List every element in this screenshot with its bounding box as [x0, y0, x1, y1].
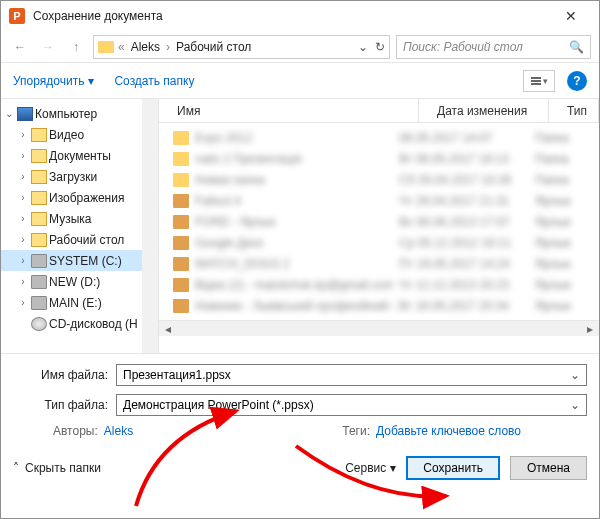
file-type: Ярлык	[535, 194, 585, 208]
new-folder-button[interactable]: Создать папку	[114, 74, 194, 88]
tree-new-d[interactable]: ›NEW (D:)	[1, 271, 158, 292]
chevron-down-icon: ▾	[543, 76, 548, 86]
organize-button[interactable]: Упорядочить ▾	[13, 74, 94, 88]
tree-cd[interactable]: CD-дисковод (H	[1, 313, 158, 334]
file-icon	[173, 278, 189, 292]
list-item[interactable]: Fallout 4Чт 28.04.2017 21:31Ярлык	[159, 190, 599, 211]
col-date[interactable]: Дата изменения	[419, 99, 549, 122]
list-item[interactable]: Відео (2) - matviichuk.kp@gmail.com - G……	[159, 274, 599, 295]
file-date: Ср 05.12.2012 18:11	[399, 236, 529, 250]
file-icon	[173, 131, 189, 145]
service-button[interactable]: Сервис ▾	[345, 461, 396, 475]
file-name: Відео (2) - matviichuk.kp@gmail.com - G…	[195, 278, 393, 292]
chevron-down-icon[interactable]: ⌄	[570, 368, 580, 382]
file-name: Новинки - Львівський професійний кол…	[195, 299, 393, 313]
tree-system-c[interactable]: ›SYSTEM (C:)	[1, 250, 158, 271]
file-date: Чт 28.04.2017 21:31	[399, 194, 529, 208]
file-icon	[173, 194, 189, 208]
metadata-row: Авторы: Aleks Теги: Добавьте ключевое сл…	[13, 424, 587, 438]
up-button[interactable]: ↑	[65, 36, 87, 58]
filetype-row: Тип файла: Демонстрация PowerPoint (*.pp…	[13, 394, 587, 416]
chevron-down-icon: ▾	[390, 461, 396, 475]
tree-music[interactable]: ›Музыка	[1, 208, 158, 229]
tree-desktop[interactable]: ›Рабочий стол	[1, 229, 158, 250]
file-date: Вт 18.05.2017 20:34	[399, 299, 529, 313]
nav-bar: ← → ↑ « Aleks › Рабочий стол ⌄ ↻ Поиск: …	[1, 31, 599, 63]
list-scrollbar-h[interactable]: ◂ ▸	[159, 320, 599, 336]
file-name: FORD - Ярлык	[195, 215, 393, 229]
filetype-value: Демонстрация PowerPoint (*.ppsx)	[123, 398, 314, 412]
file-name: Fallout 4	[195, 194, 393, 208]
tree-documents[interactable]: ›Документы	[1, 145, 158, 166]
filetype-label: Тип файла:	[13, 398, 108, 412]
window-title: Сохранение документа	[33, 9, 551, 23]
search-input[interactable]: Поиск: Рабочий стол 🔍	[396, 35, 591, 59]
hide-folders-button[interactable]: ˄ Скрыть папки	[13, 461, 101, 475]
list-item[interactable]: Новинки - Львівський професійний кол…Вт …	[159, 295, 599, 316]
address-bar[interactable]: « Aleks › Рабочий стол ⌄ ↻	[93, 35, 390, 59]
forward-button[interactable]: →	[37, 36, 59, 58]
list-item[interactable]: Новая папкаСб 26.04.2017 10:28Папка	[159, 169, 599, 190]
cancel-button[interactable]: Отмена	[510, 456, 587, 480]
file-date: Чт 12.12.2013 20:23	[399, 278, 529, 292]
tree-downloads[interactable]: ›Загрузки	[1, 166, 158, 187]
list-view-icon	[531, 77, 541, 85]
file-date: Сб 26.04.2017 10:28	[399, 173, 529, 187]
save-button[interactable]: Сохранить	[406, 456, 500, 480]
app-icon: P	[9, 8, 25, 24]
tree-scrollbar[interactable]	[142, 99, 158, 353]
filename-input[interactable]: Презентация1.ppsx ⌄	[116, 364, 587, 386]
filename-row: Имя файла: Презентация1.ppsx ⌄	[13, 364, 587, 386]
file-name: Google Диск	[195, 236, 393, 250]
filetype-select[interactable]: Демонстрация PowerPoint (*.ppsx) ⌄	[116, 394, 587, 416]
col-name[interactable]: Имя	[159, 99, 419, 122]
folder-icon	[98, 41, 114, 53]
back-button[interactable]: ←	[9, 36, 31, 58]
search-placeholder: Поиск: Рабочий стол	[403, 40, 569, 54]
file-date: Вс 06.06.2013 17:07	[399, 215, 529, 229]
file-type: Ярлык	[535, 278, 585, 292]
tags-value[interactable]: Добавьте ключевое слово	[376, 424, 521, 438]
file-date: 06.05.2017 14:07	[399, 131, 529, 145]
list-item[interactable]: WATCH_DOGS 2Пт 19.05.2017 14:24Ярлык	[159, 253, 599, 274]
tree-main-e[interactable]: ›MAIN (E:)	[1, 292, 158, 313]
view-mode-button[interactable]: ▾	[523, 70, 555, 92]
file-name: WATCH_DOGS 2	[195, 257, 393, 271]
chevron-down-icon: ▾	[88, 74, 94, 88]
scroll-right-icon[interactable]: ▸	[583, 322, 597, 336]
chevron-down-icon[interactable]: ⌄	[570, 398, 580, 412]
help-button[interactable]: ?	[567, 71, 587, 91]
list-item[interactable]: Expo 201206.05.2017 14:07Папка	[159, 127, 599, 148]
footer: ˄ Скрыть папки Сервис ▾ Сохранить Отмена	[1, 438, 599, 480]
file-name: Expo 2012	[195, 131, 393, 145]
close-button[interactable]: ✕	[551, 1, 591, 31]
filename-label: Имя файла:	[13, 368, 108, 382]
list-item[interactable]: nails 2 ПрезентаціяВт 08.05.2017 18:13Па…	[159, 148, 599, 169]
list-item[interactable]: Google ДискСр 05.12.2012 18:11Ярлык	[159, 232, 599, 253]
filename-value: Презентация1.ppsx	[123, 368, 231, 382]
tree-video[interactable]: ›Видео	[1, 124, 158, 145]
file-date: Пт 19.05.2017 14:24	[399, 257, 529, 271]
list-item[interactable]: FORD - ЯрлыкВс 06.06.2013 17:07Ярлык	[159, 211, 599, 232]
file-type: Ярлык	[535, 236, 585, 250]
file-icon	[173, 173, 189, 187]
file-icon	[173, 236, 189, 250]
folder-tree: ⌄Компьютер ›Видео ›Документы ›Загрузки ›…	[1, 99, 159, 353]
breadcrumb-2[interactable]: Рабочий стол	[174, 40, 253, 54]
file-type: Папка	[535, 152, 585, 166]
file-type: Ярлык	[535, 257, 585, 271]
col-type[interactable]: Тип	[549, 99, 599, 122]
scroll-left-icon[interactable]: ◂	[161, 322, 175, 336]
breadcrumb-1[interactable]: Aleks	[129, 40, 162, 54]
service-label: Сервис	[345, 461, 386, 475]
tree-computer[interactable]: ⌄Компьютер	[1, 103, 158, 124]
authors-value[interactable]: Aleks	[104, 424, 133, 438]
authors-label: Авторы:	[53, 424, 98, 438]
tree-images[interactable]: ›Изображения	[1, 187, 158, 208]
file-name: Новая папка	[195, 173, 393, 187]
address-dropdown-icon[interactable]: ⌄ ↻	[358, 40, 385, 54]
breadcrumb-chev[interactable]: ›	[166, 40, 170, 54]
hide-folders-label: Скрыть папки	[25, 461, 101, 475]
organize-label: Упорядочить	[13, 74, 84, 88]
toolbar: Упорядочить ▾ Создать папку ▾ ?	[1, 63, 599, 99]
